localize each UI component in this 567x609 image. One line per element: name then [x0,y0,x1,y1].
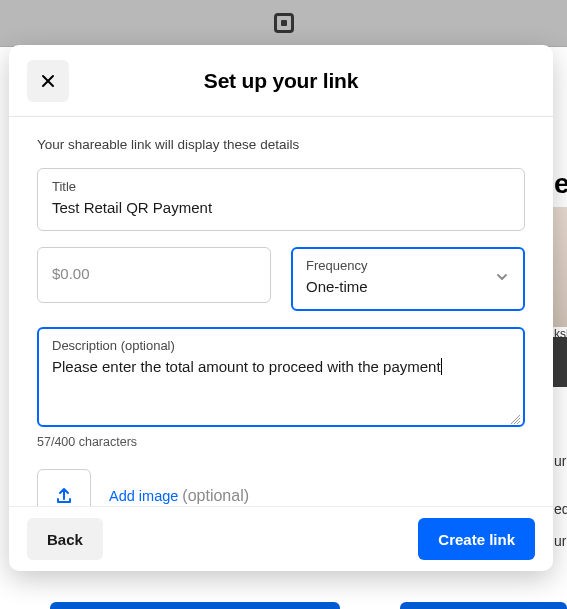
background-text-fragment: ed [554,501,567,517]
background-create-link-button[interactable]: Create a link [50,602,340,609]
app-topbar [0,0,567,47]
add-image-link[interactable]: Add image(optional) [109,487,249,505]
background-thumb-label: ksh [554,327,567,341]
chevron-down-icon [495,270,509,288]
upload-image-button[interactable] [37,469,91,507]
close-icon [40,73,56,89]
text-cursor [441,358,442,375]
description-field-value: Please enter the total amount to proceed… [52,357,510,411]
modal-body[interactable]: Your shareable link will display these d… [9,117,553,506]
title-field-value: Test Retail QR Payment [52,198,510,218]
amount-field-placeholder: $0.00 [52,264,90,284]
add-image-optional: (optional) [182,487,249,504]
modal-header: Set up your link [9,45,553,117]
amount-field[interactable]: $0.00 [37,247,271,303]
background-heading-fragment: e [554,168,567,200]
background-text-fragment: ur [554,453,566,469]
frequency-field-label: Frequency [306,258,510,273]
modal-title: Set up your link [9,69,553,93]
modal-footer: Back Create link [9,506,553,571]
title-field[interactable]: Title Test Retail QR Payment [37,168,525,231]
setup-link-modal: Set up your link Your shareable link wil… [9,45,553,571]
background-text-fragment: ur [554,533,566,549]
frequency-field[interactable]: Frequency One-time [291,247,525,310]
background-create-buy-button[interactable]: Create buy l [400,602,567,609]
close-button[interactable] [27,60,69,102]
title-field-label: Title [52,179,510,194]
square-logo-icon [274,13,294,33]
character-count: 57/400 characters [37,435,525,449]
resize-handle-icon[interactable] [509,411,521,423]
add-image-link-text: Add image [109,488,178,504]
upload-icon [54,486,74,506]
description-field[interactable]: Description (optional) Please enter the … [37,327,525,427]
back-button[interactable]: Back [27,518,103,560]
description-field-label: Description (optional) [52,338,510,353]
create-link-button[interactable]: Create link [418,518,535,560]
helper-text: Your shareable link will display these d… [37,137,525,152]
frequency-field-value: One-time [306,277,510,297]
